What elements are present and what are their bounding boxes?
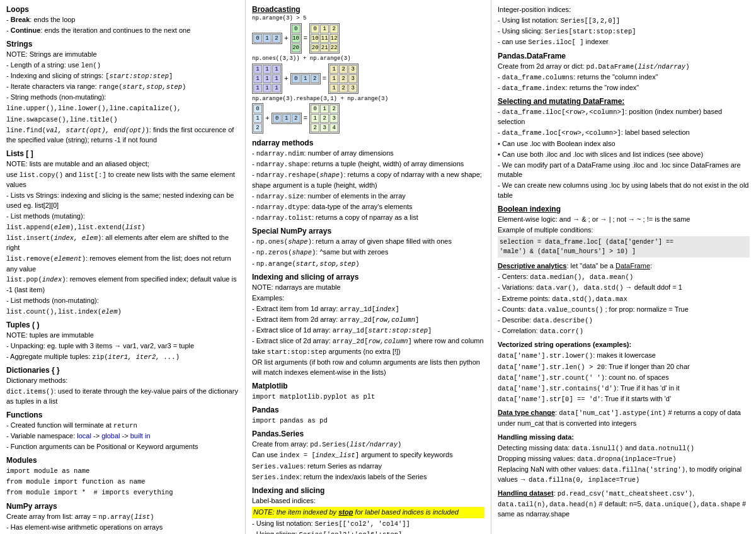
sel-item-4: • Can use both .iloc and .loc with slice… (498, 150, 750, 160)
lists-mutating-4: list.pop(index): removes element from sp… (6, 275, 239, 295)
pandas-content: import pandas as pd (252, 416, 484, 426)
lists-mutating-3: list.remove(element): removes element fr… (6, 254, 239, 274)
section-functions: Functions - Created function will termin… (6, 411, 239, 452)
indexing-item-5: OR list arguments (if both row and colum… (252, 358, 484, 378)
indexing-item-4: - Extract slice of 2d array: array_2d[ro… (252, 336, 484, 356)
ndarray-item-3: - ndarray.reshape(shape): returns a copy… (252, 170, 484, 190)
loops-title: Loops (6, 5, 239, 14)
vec-item-2: data['name'].str.len() > 20: True if lon… (498, 362, 750, 372)
section-indexing-slicing: Indexing and slicing Label-based indices… (252, 486, 484, 534)
integer-item-2: - Using slicing: Series[start:stop:step] (498, 26, 750, 37)
special-numpy-title: Special NumPy arrays (252, 227, 484, 236)
desc-item-4: - Counts: data.value_counts() ; for prop… (498, 305, 750, 315)
matrix-arange2: 0 1 2 (272, 113, 302, 124)
lists-item-1: use list.copy() and list[:] to create ne… (6, 170, 239, 190)
dtype-content: Data type change: data['num_cat'].astype… (498, 408, 750, 428)
selecting-title: Selecting and mutating DataFrame: (498, 97, 750, 106)
diag-row-6: 0 1 2 + 0 1 2 (252, 103, 484, 134)
section-datatype: Data type change: data['num_cat'].astype… (498, 408, 750, 428)
diag-row-2: 0 1 2 + 0 10 20 (252, 23, 484, 54)
lists-nonmutating: list.count(),list.index(elem) (6, 307, 239, 317)
section-selecting: Selecting and mutating DataFrame: - data… (498, 97, 750, 201)
matrix-a: 0 1 2 (252, 33, 282, 44)
section-missing: Handling missing data: Detecting missing… (498, 433, 750, 486)
missing-item-2: Dropping missing values: data.dropna(inp… (498, 454, 750, 464)
ndarray-item-2: - ndarray.shape: returns a tuple (height… (252, 159, 484, 169)
special-item-3: - np.arange(start,stop,step) (252, 259, 484, 269)
matrix-ones: 1 1 1 1 1 1 1 1 1 (252, 64, 282, 94)
strings-title: Strings (6, 40, 239, 48)
pandas-title: Pandas (252, 406, 484, 414)
section-ndarray: ndarray methods - ndarray.ndim: number o… (252, 139, 484, 223)
vec-title: Vectorized string operations (examples): (498, 340, 750, 350)
ps-item-1: Create from array: pd.Series(list/ndarra… (252, 440, 484, 450)
handling-content: Handling dataset: pd.read_csv('matt_chea… (498, 489, 750, 519)
functions-title: Functions (6, 411, 239, 419)
strings-methods-3: line.find(val, start(opt), end(opt)): fi… (6, 125, 239, 145)
sel-item-5: - We can modify part of a DataFrame usin… (498, 161, 750, 181)
tuples-item-1: - Unpacking: eg. tuple with 3 items → va… (6, 341, 239, 351)
ndarray-title: ndarray methods (252, 139, 484, 147)
vec-item-3: data['name'].str.count(' '): count no. o… (498, 373, 750, 383)
ps-item-2: Can use index = [index_list] argument to… (252, 450, 484, 460)
integer-item-1: - Using list notation: Series[[3,2,0]] (498, 16, 750, 26)
lists-title: Lists [ ] (6, 149, 239, 158)
broadcasting-title: Broadcasting (252, 5, 484, 14)
section-special-numpy: Special NumPy arrays - np.ones(shape): r… (252, 227, 484, 269)
missing-item-3: Replacing NaN with other values: data.fi… (498, 465, 750, 485)
label-item-1: - Using list notation: Series[['col2', '… (252, 519, 484, 529)
section-lists: Lists [ ] NOTE: lists are mutable and an… (6, 149, 239, 317)
sel-item-3: • Can use .loc with Boolean index also (498, 139, 750, 149)
ndarray-item-6: - ndarray.tolist: returns a copy of npar… (252, 213, 484, 223)
matrix-result: 0 1 2 10 11 12 20 21 22 (309, 23, 340, 54)
diag-row-3: np.ones((3,3)) + np.arange(3) (252, 55, 484, 62)
integer-title: Integer-position indices: (498, 5, 750, 15)
section-numpy: NumPy arrays Create array from list: arr… (6, 502, 239, 533)
section-integer-indices: Integer-position indices: - Using list n… (498, 5, 750, 48)
matrix-result3: 0 1 2 1 2 3 2 3 4 (309, 103, 340, 134)
strings-methods-2: line.swapcase(),line.title() (6, 115, 239, 125)
section-strings: Strings NOTE: Strings are immutable - Le… (6, 40, 239, 145)
loops-item-2: - Continue: ends the iteration and conti… (6, 26, 239, 36)
vec-item-1: data['name'].str.lower(): makes it lower… (498, 351, 750, 361)
highlight-note: NOTE: the item indexed by stop for label… (252, 507, 484, 518)
section-descriptive: Descriptive analytics: let "data" be a D… (498, 261, 750, 336)
pdf-item-3: - data_frame.index: returns the "row ind… (498, 83, 750, 93)
sel-item-6: - We can create new columns using .loc b… (498, 181, 750, 201)
column-2: Broadcasting np.arange(3) > 5 0 1 2 (246, 0, 491, 534)
vec-item-4: data['name'].str.contains('d'): True if … (498, 383, 750, 394)
column-1: Loops - Break: ends the loop - Continue:… (0, 0, 246, 534)
tuples-note: NOTE: tuples are immutable (6, 331, 239, 341)
ndarray-item-4: - ndarray.size: number of elements in th… (252, 191, 484, 202)
modules-item-3: from module import * # imports everythin… (6, 487, 239, 497)
diag-row-5: np.arange(3).reshape(3,1) + np.arange(3) (252, 96, 484, 102)
dicts-item-1: dict.items(): used to iterate through th… (6, 387, 239, 407)
dicts-subtitle: Dictionary methods: (6, 376, 239, 386)
section-boolean: Boolean indexing Element-wise logic: and… (498, 205, 750, 258)
modules-title: Modules (6, 456, 239, 465)
desc-item-1: - Centers: data.median(), data.mean() (498, 272, 750, 282)
label-item-2: - Using slicing: Series['col3':'col6':st… (252, 530, 484, 534)
indexing-examples: Examples: (252, 293, 484, 304)
column-3: Integer-position indices: - Using list n… (491, 0, 756, 534)
indexing-item-1: - Extract item from 1d array: array_1d[i… (252, 304, 484, 314)
sel-item-2: - data_frame.loc[<row>,<column>]: label … (498, 128, 750, 138)
matrix-arange: 0 1 2 (290, 73, 321, 84)
desc-item-3: - Extreme points: data.std(),data.max (498, 294, 750, 304)
pandas-series-title: Pandas.Series (252, 429, 484, 438)
strings-item-3: - Iterate characters via range: range(st… (6, 82, 239, 92)
strings-item-2: - Indexing and slicing of strings: [star… (6, 71, 239, 81)
functions-item-2: - Variable namespace: local -> global ->… (6, 431, 239, 441)
matrix-reshape: 0 1 2 (252, 103, 263, 134)
tuples-item-2: - Aggregate multiple tuples: zip(iter1, … (6, 352, 239, 362)
section-broadcasting: Broadcasting np.arange(3) > 5 0 1 2 (252, 5, 484, 134)
section-handling: Handling dataset: pd.read_csv('matt_chea… (498, 489, 750, 519)
main-page: Loops - Break: ends the loop - Continue:… (0, 0, 756, 534)
diag-row-4: 1 1 1 1 1 1 1 1 1 (252, 64, 484, 94)
lists-mutating-1: list.append(elem),list.extend(list) (6, 222, 239, 232)
section-pandas-series: Pandas.Series Create from array: pd.Seri… (252, 429, 484, 482)
indexing-item-2: - Extract item from 2d array: array_2d[r… (252, 315, 484, 325)
ndarray-item-5: - ndarray.dtype: data-type of the array'… (252, 202, 484, 212)
matrix-result2: 1 2 3 1 2 3 1 2 3 (328, 64, 358, 94)
section-vectorized: Vectorized string operations (examples):… (498, 340, 750, 404)
